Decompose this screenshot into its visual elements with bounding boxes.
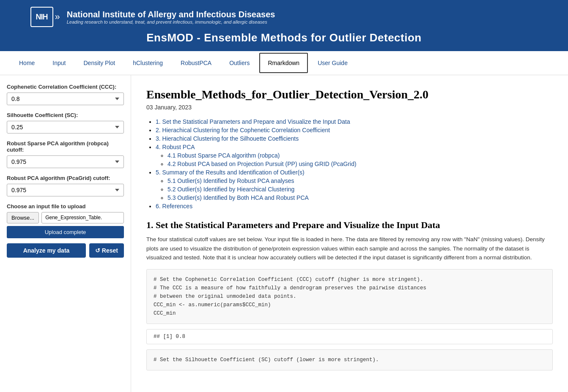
sc-select[interactable]: 0.25 0.3 0.35 0.4 xyxy=(7,121,124,133)
code-block-2: # Set the Silhouette Coefficient (SC) cu… xyxy=(146,349,553,370)
nav-robustpca[interactable]: RobustPCA xyxy=(173,53,220,73)
nih-logo: NIH xyxy=(30,7,53,27)
table-of-contents: 1. Set the Statistical Parameters and Pr… xyxy=(146,118,553,210)
robpca-label: Robust Sparse PCA algorithm (robpca) cut… xyxy=(7,140,124,153)
output-block-1: ## [1] 0.8 xyxy=(146,329,553,344)
file-name-display: Gene_Expression_Table. xyxy=(41,212,124,223)
ccc-select[interactable]: 0.8 0.85 0.9 0.95 xyxy=(7,93,124,105)
toc-item-3: 3. Hierachical Clustering for the Silhou… xyxy=(156,135,553,142)
nih-logo-group: NIH » xyxy=(30,7,60,27)
toc-item-2: 2. Hierachical Clustering for the Cophen… xyxy=(156,127,553,133)
toc-link-3[interactable]: 3. Hierachical Clustering for the Silhou… xyxy=(156,135,299,142)
toc-link-2[interactable]: 2. Hierachical Clustering for the Cophen… xyxy=(156,127,330,133)
nav-outliers[interactable]: Outliers xyxy=(221,53,258,73)
toc-item-1: 1. Set the Statistical Parameters and Pr… xyxy=(156,118,553,125)
toc-item-5-1: 5.1 Outlier(s) Identified by Robust PCA … xyxy=(167,177,553,184)
org-subtitle: Leading research to understand, treat, a… xyxy=(67,19,275,24)
ccc-label: Cophenetic Correlation Coefficient (CCC)… xyxy=(7,84,124,90)
doc-date: 03 January, 2023 xyxy=(146,104,553,111)
toc-item-5: 5. Summary of the Results and Identifica… xyxy=(156,169,553,201)
file-upload-section: Choose an input file to upload Browse...… xyxy=(7,203,124,238)
nih-arrow-icon: » xyxy=(55,11,60,22)
toc-link-5-3[interactable]: 5.3 Outlier(s) Identified by Both HCA an… xyxy=(167,194,309,201)
sc-label: Silhouette Coefficient (SC): xyxy=(7,112,124,118)
upload-complete-button[interactable]: Upload complete xyxy=(7,226,124,238)
nav-user-guide[interactable]: User Guide xyxy=(310,53,356,73)
toc-item-5-2: 5.2 Outlier(s) Identified by Hiearchical… xyxy=(167,186,553,193)
nih-logo-text: NIH xyxy=(36,13,48,22)
main-content: Ensemble_Methods_for_Outlier_Detection_V… xyxy=(131,75,568,392)
toc-item-4-2: 4.2 Robust PCA based on Projection Pursu… xyxy=(167,161,553,167)
toc-link-4-1[interactable]: 4.1 Robust Sparse PCA algorithm (robpca) xyxy=(167,152,280,159)
toc-link-6[interactable]: 6. References xyxy=(156,203,192,210)
toc-link-4-2[interactable]: 4.2 Robust PCA based on Projection Pursu… xyxy=(167,161,357,167)
toc-item-6: 6. References xyxy=(156,203,553,210)
analyze-button[interactable]: Analyze my data xyxy=(7,243,86,258)
file-upload-row: Browse... Gene_Expression_Table. xyxy=(7,212,124,223)
nav-hclustering[interactable]: hClustering xyxy=(125,53,171,73)
pcagrid-select[interactable]: 0.975 0.99 0.995 xyxy=(7,184,124,196)
header-org: National Institute of Allergy and Infect… xyxy=(67,9,275,24)
nav-home[interactable]: Home xyxy=(11,53,43,73)
app-title-text: EnsMOD - Ensemble Methods for Outlier De… xyxy=(146,31,421,44)
nav-rmarkdown[interactable]: Rmarkdown xyxy=(259,53,308,73)
sidebar: Cophenetic Correlation Coefficient (CCC)… xyxy=(0,75,131,392)
nav-input[interactable]: Input xyxy=(44,53,74,73)
main-nav: Home Input Density Plot hClustering Robu… xyxy=(0,51,568,75)
toc-link-1[interactable]: 1. Set the Statistical Parameters and Pr… xyxy=(156,118,350,125)
app-title: EnsMOD - Ensemble Methods for Outlier De… xyxy=(146,31,421,44)
browse-button[interactable]: Browse... xyxy=(7,212,39,223)
toc-item-5-3: 5.3 Outlier(s) Identified by Both HCA an… xyxy=(167,194,553,201)
toc-link-4[interactable]: 4. Robust PCA xyxy=(156,144,195,150)
file-label: Choose an input file to upload xyxy=(7,203,124,210)
toc-link-5-1[interactable]: 5.1 Outlier(s) Identified by Robust PCA … xyxy=(167,177,294,184)
section1-title: 1. Set the Statistical Parameters and Pr… xyxy=(146,220,553,231)
toc-link-5[interactable]: 5. Summary of the Results and Identifica… xyxy=(156,169,305,176)
robpca-select[interactable]: 0.975 0.99 0.995 xyxy=(7,155,124,168)
toc-link-5-2[interactable]: 5.2 Outlier(s) Identified by Hiearchical… xyxy=(167,186,294,193)
org-name: National Institute of Allergy and Infect… xyxy=(67,9,275,19)
reset-button[interactable]: ↺ Reset xyxy=(89,243,124,258)
nav-density-plot[interactable]: Density Plot xyxy=(76,53,123,73)
pcagrid-label: Robust PCA algorithm (PcaGrid) cutoff: xyxy=(7,175,124,181)
toc-item-4: 4. Robust PCA 4.1 Robust Sparse PCA algo… xyxy=(156,144,553,167)
page-layout: Cophenetic Correlation Coefficient (CCC)… xyxy=(0,75,568,392)
app-header: NIH » National Institute of Allergy and … xyxy=(0,0,568,51)
toc-item-4-1: 4.1 Robust Sparse PCA algorithm (robpca) xyxy=(167,152,553,159)
code-block-1: # Set the Cophenetic Correlation Coeffic… xyxy=(146,269,553,324)
action-row: Analyze my data ↺ Reset xyxy=(7,243,124,258)
doc-title: Ensemble_Methods_for_Outlier_Detection_V… xyxy=(146,88,553,101)
section1-body: The four statistical cutoff values are s… xyxy=(146,235,553,262)
